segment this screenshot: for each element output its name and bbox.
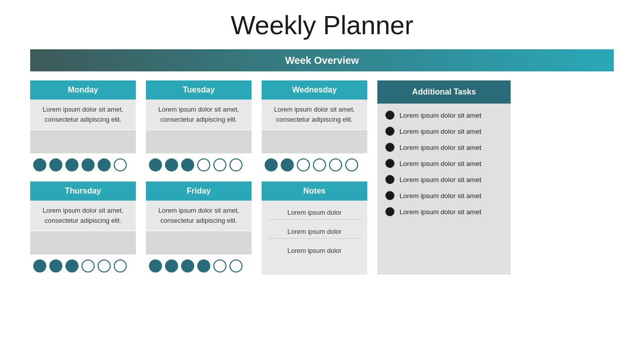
page: Weekly Planner Week Overview Monday Lore…	[0, 0, 644, 362]
task-item: Lorem ipsum dolor sit amet	[385, 191, 503, 200]
task-label: Lorem ipsum dolor sit amet	[399, 112, 481, 119]
dot	[197, 259, 210, 273]
dot	[33, 158, 46, 171]
task-bullet	[385, 175, 394, 184]
dot	[165, 158, 178, 171]
week-overview-bar: Week Overview	[30, 49, 614, 71]
monday-dots	[30, 153, 136, 173]
tuesday-text: Lorem ipsum dolor sit amet, consectetur …	[146, 100, 252, 129]
page-title: Weekly Planner	[230, 10, 413, 40]
additional-tasks-card: Additional Tasks Lorem ipsum dolor sit a…	[377, 80, 511, 275]
notes-line: Lorem ipsum dolor	[268, 244, 361, 257]
dot	[181, 158, 194, 171]
dot	[149, 259, 162, 273]
dot	[82, 158, 95, 171]
notes-body: Lorem ipsum dolor Lorem ipsum dolor Lore…	[262, 201, 367, 275]
friday-dots	[146, 254, 252, 275]
friday-card: Friday Lorem ipsum dolor sit amet, conse…	[146, 182, 252, 275]
dot	[82, 259, 95, 273]
wednesday-text: Lorem ipsum dolor sit amet, consectetur …	[262, 100, 367, 129]
dot	[213, 259, 226, 273]
friday-blank	[146, 231, 252, 254]
monday-header: Monday	[30, 80, 136, 100]
friday-text: Lorem ipsum dolor sit amet, consectetur …	[146, 201, 252, 230]
dot	[149, 158, 162, 171]
task-bullet	[385, 143, 394, 152]
wednesday-body: Lorem ipsum dolor sit amet, consectetur …	[262, 100, 367, 153]
task-label: Lorem ipsum dolor sit amet	[399, 192, 481, 200]
dot	[65, 259, 78, 273]
task-item: Lorem ipsum dolor sit amet	[385, 143, 503, 152]
task-item: Lorem ipsum dolor sit amet	[385, 207, 503, 216]
wednesday-blank	[262, 130, 367, 153]
task-bullet	[385, 159, 394, 168]
additional-tasks-header: Additional Tasks	[377, 80, 511, 104]
monday-blank	[30, 130, 136, 153]
dot	[229, 259, 243, 273]
tuesday-blank	[146, 130, 252, 153]
task-item: Lorem ipsum dolor sit amet	[385, 159, 503, 168]
task-bullet	[385, 191, 394, 200]
monday-text: Lorem ipsum dolor sit amet, consectetur …	[30, 100, 136, 129]
dot	[281, 158, 294, 171]
dot	[297, 158, 310, 171]
tuesday-header: Tuesday	[146, 80, 252, 100]
dot	[181, 259, 194, 273]
task-bullet	[385, 127, 394, 136]
dot	[114, 158, 127, 171]
task-bullet	[385, 111, 394, 120]
notes-header: Notes	[262, 182, 367, 201]
dot	[49, 259, 62, 273]
task-bullet	[385, 207, 394, 216]
wednesday-dots	[262, 153, 367, 173]
task-label: Lorem ipsum dolor sit amet	[399, 144, 481, 151]
dot	[197, 158, 210, 171]
tuesday-body: Lorem ipsum dolor sit amet, consectetur …	[146, 100, 252, 153]
task-label: Lorem ipsum dolor sit amet	[399, 160, 481, 167]
dot	[114, 259, 127, 273]
monday-card: Monday Lorem ipsum dolor sit amet, conse…	[30, 80, 136, 173]
grid-container: Monday Lorem ipsum dolor sit amet, conse…	[30, 80, 614, 275]
dot	[98, 158, 111, 171]
wednesday-header: Wednesday	[262, 80, 367, 100]
dot	[229, 158, 243, 171]
thursday-header: Thursday	[30, 182, 136, 201]
thursday-text: Lorem ipsum dolor sit amet, consectetur …	[30, 201, 136, 230]
dot	[49, 158, 62, 171]
additional-tasks-body: Lorem ipsum dolor sit amet Lorem ipsum d…	[377, 104, 511, 275]
dot	[265, 158, 278, 171]
notes-line: Lorem ipsum dolor	[268, 225, 361, 239]
friday-body: Lorem ipsum dolor sit amet, consectetur …	[146, 201, 252, 254]
dot	[213, 158, 226, 171]
tuesday-card: Tuesday Lorem ipsum dolor sit amet, cons…	[146, 80, 252, 173]
task-label: Lorem ipsum dolor sit amet	[399, 176, 481, 184]
monday-body: Lorem ipsum dolor sit amet, consectetur …	[30, 100, 136, 153]
notes-card: Notes Lorem ipsum dolor Lorem ipsum dolo…	[262, 182, 367, 275]
task-item: Lorem ipsum dolor sit amet	[385, 127, 503, 136]
task-item: Lorem ipsum dolor sit amet	[385, 111, 503, 120]
task-label: Lorem ipsum dolor sit amet	[399, 128, 481, 135]
dot	[345, 158, 358, 171]
task-label: Lorem ipsum dolor sit amet	[399, 208, 481, 216]
dot	[329, 158, 342, 171]
dot	[98, 259, 111, 273]
wednesday-card: Wednesday Lorem ipsum dolor sit amet, co…	[262, 80, 367, 173]
thursday-dots	[30, 254, 136, 275]
dot	[65, 158, 78, 171]
dot	[313, 158, 326, 171]
tuesday-dots	[146, 153, 252, 173]
friday-header: Friday	[146, 182, 252, 201]
thursday-card: Thursday Lorem ipsum dolor sit amet, con…	[30, 182, 136, 275]
week-overview-label: Week Overview	[285, 55, 359, 66]
notes-line: Lorem ipsum dolor	[268, 206, 361, 220]
dot	[33, 259, 46, 273]
task-item: Lorem ipsum dolor sit amet	[385, 175, 503, 184]
dot	[165, 259, 178, 273]
thursday-blank	[30, 231, 136, 254]
thursday-body: Lorem ipsum dolor sit amet, consectetur …	[30, 201, 136, 254]
